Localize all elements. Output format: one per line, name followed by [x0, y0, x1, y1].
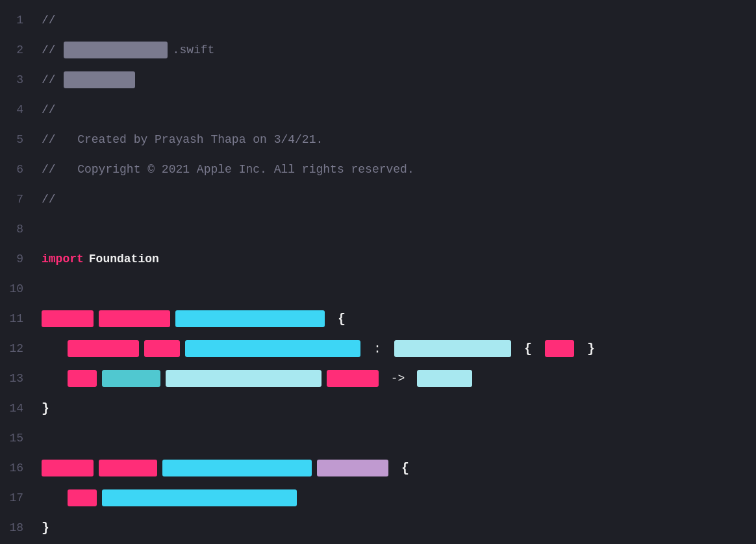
line-number-10: 10 [0, 282, 39, 295]
copyright-text: Copyright © 2021 Apple Inc. All rights r… [64, 163, 414, 176]
line-number-13: 13 [0, 372, 39, 385]
comment-slash-7: // [42, 193, 56, 206]
redacted-16-4 [317, 460, 388, 476]
import-keyword: import [42, 253, 84, 266]
code-line-6: 6 // Copyright © 2021 Apple Inc. All rig… [0, 155, 756, 184]
foundation-keyword: Foundation [89, 253, 159, 266]
code-line-13: 13 -> [0, 364, 756, 393]
redacted-11-1 [42, 310, 94, 327]
redacted-16-2 [99, 460, 157, 476]
redacted-13-5 [417, 370, 472, 387]
redacted-12-3 [185, 340, 360, 357]
line-content-5: // Created by Prayash Thapa on 3/4/21. [39, 133, 756, 146]
line-number-4: 4 [0, 103, 39, 116]
line-number-16: 16 [0, 462, 39, 475]
line-content-17 [39, 489, 756, 506]
line-number-14: 14 [0, 402, 39, 415]
line-content-7: // [39, 193, 756, 206]
redacted-17-2 [102, 489, 297, 506]
comment-slash-4: // [42, 103, 56, 116]
redacted-12-2 [144, 340, 180, 357]
line-content-3: // [39, 71, 756, 88]
redacted-13-4 [327, 370, 379, 387]
close-brace-14: } [42, 401, 49, 416]
line-content-12: : { } [39, 340, 756, 357]
line-number-1: 1 [0, 14, 39, 27]
code-line-17: 17 [0, 483, 756, 513]
comment-slash-5: // [42, 133, 56, 146]
code-line-18: 18 } [0, 513, 756, 543]
close-brace-12: } [579, 341, 595, 356]
redacted-12-4 [394, 340, 511, 357]
comment-slash-2: // [42, 43, 56, 56]
redacted-16-1 [42, 460, 94, 476]
line-number-11: 11 [0, 312, 39, 325]
redacted-16-3 [162, 460, 312, 476]
line-number-6: 6 [0, 163, 39, 176]
redacted-17-1 [68, 489, 97, 506]
line-number-5: 5 [0, 133, 39, 146]
line-number-8: 8 [0, 223, 39, 236]
line-number-7: 7 [0, 193, 39, 206]
code-line-4: 4 // [0, 95, 756, 125]
colon-12: : [366, 341, 389, 356]
code-line-5: 5 // Created by Prayash Thapa on 3/4/21. [0, 125, 756, 155]
line-content-1: // [39, 14, 756, 27]
redacted-11-2 [99, 310, 170, 327]
line-content-2: // .swift [39, 42, 756, 58]
close-brace-18: } [42, 521, 49, 536]
swift-ext: .swift [173, 43, 215, 56]
code-line-10: 10 [0, 274, 756, 304]
line-content-13: -> [39, 370, 756, 387]
code-line-2: 2 // .swift [0, 35, 756, 65]
open-brace-11: { [330, 312, 346, 327]
redacted-13-2 [102, 370, 160, 387]
line-number-9: 9 [0, 253, 39, 266]
line-content-4: // [39, 103, 756, 116]
arrow-13: -> [384, 372, 412, 385]
code-line-14: 14 } [0, 393, 756, 423]
redacted-12-5 [545, 340, 574, 357]
line-content-14: } [39, 401, 756, 416]
comment-slash-3: // [42, 73, 56, 86]
redacted-11-3 [175, 310, 325, 327]
line-content-9: import Foundation [39, 253, 756, 266]
line-content-6: // Copyright © 2021 Apple Inc. All right… [39, 163, 756, 176]
open-brace-16: { [394, 461, 409, 476]
comment-slash-1: // [42, 14, 56, 27]
line-content-16: { [39, 460, 756, 476]
redacted-filename [64, 42, 168, 58]
code-editor: 1 // 2 // .swift 3 // 4 // 5 // Created … [0, 0, 756, 544]
code-line-7: 7 // [0, 184, 756, 214]
redacted-project [64, 71, 135, 88]
line-number-12: 12 [0, 342, 39, 355]
line-number-2: 2 [0, 43, 39, 56]
line-content-18: } [39, 521, 756, 536]
line-number-3: 3 [0, 73, 39, 86]
brace-12: { [516, 341, 540, 356]
redacted-12-1 [68, 340, 139, 357]
code-line-15: 15 [0, 423, 756, 453]
line-number-15: 15 [0, 432, 39, 445]
comment-slash-6: // [42, 163, 56, 176]
code-line-12: 12 : { } [0, 334, 756, 364]
created-by-text: Created by Prayash Thapa on 3/4/21. [64, 133, 323, 146]
code-line-11: 11 { [0, 304, 756, 334]
redacted-13-1 [68, 370, 97, 387]
line-number-17: 17 [0, 491, 39, 504]
redacted-13-3 [166, 370, 321, 387]
code-line-16: 16 { [0, 453, 756, 483]
line-content-11: { [39, 310, 756, 327]
code-line-9: 9 import Foundation [0, 244, 756, 274]
code-line-3: 3 // [0, 65, 756, 95]
code-line-1: 1 // [0, 5, 756, 35]
code-line-8: 8 [0, 214, 756, 244]
line-number-18: 18 [0, 521, 39, 534]
